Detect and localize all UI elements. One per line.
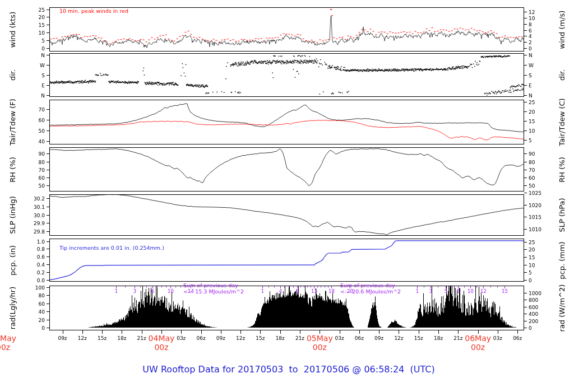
x-tick-label: 03z <box>177 335 186 341</box>
y-axis-label-left-dir: dir. <box>8 69 17 81</box>
sum-previous-day-note-1: Sum of previous day <--- 15.3 MJoules/m^… <box>183 283 244 295</box>
y-axis-label-right-pcp: pcp. (mm) <box>558 241 566 279</box>
y-axis-label-right-temp: Tair/Tdew (C) <box>558 98 566 146</box>
x-tick-label: 12z <box>394 335 403 341</box>
x-date-label: 03May00z <box>0 334 16 352</box>
chart-title: UW Rooftop Data for 20170503 to 20170506… <box>142 364 434 375</box>
tip-increment-note: Tip increments are 0.01 in. (0.254mm.) <box>59 245 164 251</box>
y-axis-label-left-rad: rad(Lgly/hr) <box>8 287 17 329</box>
date-hour-label: 00z <box>149 343 175 352</box>
sum-note-line: Sum of previous day <box>183 283 244 289</box>
x-tick-label: 21z <box>137 335 146 341</box>
x-tick-label: 12z <box>236 335 245 341</box>
x-tick-label: 03z <box>335 335 344 341</box>
sum-note-line: <--- 20.6 MJoules/m^2 <box>340 289 401 295</box>
y-axis-label-right-dir: dir. <box>558 69 566 81</box>
sum-note-line: <--- 15.3 MJoules/m^2 <box>183 289 244 295</box>
x-tick-label: 15z <box>414 335 423 341</box>
date-hour-label: 00z <box>0 343 16 352</box>
x-tick-label: 09z <box>58 335 67 341</box>
sum-note-line: Sum of previous day <box>340 283 401 289</box>
y-axis-label-right-rad: rad (W/m^2) <box>558 284 566 332</box>
x-tick-label: 15z <box>256 335 265 341</box>
date-month-label: 05May <box>307 334 333 343</box>
x-date-label: 05May00z <box>307 334 333 352</box>
date-hour-label: 00z <box>465 343 491 352</box>
y-axis-label-left-slp: SLP (inHg) <box>8 196 17 234</box>
x-tick-label: 18z <box>117 335 126 341</box>
x-tick-label: 09z <box>374 335 383 341</box>
x-tick-label: 21z <box>453 335 462 341</box>
x-tick-label: 06z <box>513 335 522 341</box>
date-month-label: 06May <box>465 334 491 343</box>
y-axis-label-right-rh: RH (%) <box>558 157 566 182</box>
x-tick-label: 06z <box>355 335 364 341</box>
x-tick-label: 06z <box>196 335 205 341</box>
date-month-label: 03May <box>0 334 16 343</box>
y-axis-label-left-rh: RH (%) <box>8 157 17 182</box>
x-tick-label: 21z <box>295 335 304 341</box>
x-tick-label: 03z <box>493 335 502 341</box>
sum-previous-day-note-2: Sum of previous day <--- 20.6 MJoules/m^… <box>340 283 401 295</box>
x-tick-label: 18z <box>276 335 285 341</box>
x-tick-label: 12z <box>78 335 87 341</box>
y-axis-label-left-pcp: pcp. (in) <box>8 245 17 276</box>
wind-peak-note: 10 min. peak winds in red <box>59 8 128 14</box>
date-month-label: 04May <box>149 334 175 343</box>
x-tick-label: 09z <box>216 335 225 341</box>
meteogram-dashboard: 10 min. peak winds in red Tip increments… <box>0 0 574 392</box>
meteogram-chart-canvas <box>0 0 574 392</box>
x-tick-label: 18z <box>434 335 443 341</box>
y-axis-label-left-temp: Tair/Tdew (F) <box>8 99 17 146</box>
x-tick-label: 15z <box>98 335 107 341</box>
date-hour-label: 00z <box>307 343 333 352</box>
y-axis-label-right-wind: wind (m/s) <box>558 10 566 49</box>
y-axis-label-right-slp: SLP (hPa) <box>558 198 566 232</box>
x-date-label: 04May00z <box>149 334 175 352</box>
x-date-label: 06May00z <box>465 334 491 352</box>
y-axis-label-left-wind: wind (kts) <box>8 11 17 47</box>
